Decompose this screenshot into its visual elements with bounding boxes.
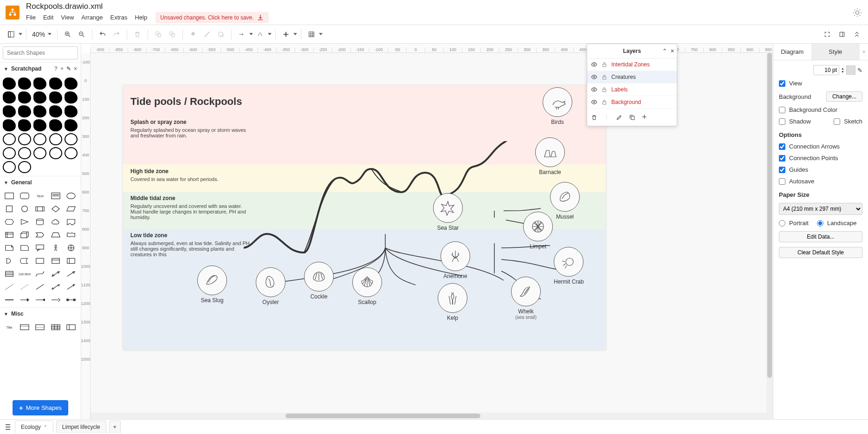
close-icon[interactable]: ×	[671, 48, 674, 54]
grid-color-swatch[interactable]	[846, 65, 855, 75]
misc-header[interactable]: ▼Misc	[0, 308, 81, 320]
autosave-checkbox[interactable]	[779, 178, 785, 185]
shape-link2[interactable]	[18, 294, 31, 305]
zoom-dropdown[interactable]: 40%	[30, 29, 53, 40]
page-view-button[interactable]	[5, 28, 18, 41]
to-back-button[interactable]	[166, 28, 179, 41]
shape-bidir[interactable]	[49, 281, 62, 292]
layers-panel-header[interactable]: Layers ⌃ ×	[587, 44, 677, 58]
shape-callout[interactable]	[33, 242, 46, 253]
shape-container3[interactable]	[65, 255, 78, 266]
scratch-shape[interactable]	[18, 133, 31, 145]
layer-row[interactable]: Intertidal Zones	[587, 58, 677, 71]
creature-limpet[interactable]: Limpet	[523, 212, 553, 250]
page-tab-limpet[interactable]: Limpet lifecycle	[56, 421, 106, 433]
shape-arrow[interactable]	[65, 268, 78, 279]
creature-sea-slug[interactable]: Sea Slug	[197, 266, 227, 304]
drawing-page[interactable]: Tide pools / Rockpools Splash or spray z…	[123, 85, 606, 350]
shape-list[interactable]	[3, 268, 16, 279]
shape-container[interactable]	[33, 255, 46, 266]
misc-shape[interactable]	[33, 322, 46, 333]
to-front-button[interactable]	[152, 28, 165, 41]
creature-birds[interactable]: Birds	[543, 87, 572, 125]
shape-parallelogram[interactable]	[65, 203, 78, 214]
menu-arrange[interactable]: Arrange	[78, 13, 106, 22]
creature-barnacle[interactable]: Barnacle	[535, 137, 565, 175]
visibility-icon[interactable]	[591, 61, 597, 68]
scratch-shape[interactable]	[3, 105, 16, 117]
shape-trapezoid[interactable]	[49, 229, 62, 240]
creature-scallop[interactable]: Scallop	[352, 267, 382, 305]
layer-row[interactable]: Creatures	[587, 71, 677, 84]
creature-oyster[interactable]: Oyster	[256, 267, 285, 305]
scratch-shape[interactable]	[49, 78, 62, 90]
shape-link3[interactable]	[33, 294, 46, 305]
scratch-shape[interactable]	[49, 91, 62, 104]
redo-button[interactable]	[110, 28, 123, 41]
chevron-down-icon[interactable]	[19, 33, 22, 35]
layers-panel[interactable]: Layers ⌃ × Intertidal Zones Creatures La…	[587, 44, 677, 126]
creature-mussel[interactable]: Mussel	[550, 182, 580, 220]
portrait-radio[interactable]	[779, 220, 785, 227]
visibility-icon[interactable]	[591, 86, 597, 93]
misc-shape[interactable]	[18, 322, 31, 333]
scratch-shape[interactable]	[33, 78, 46, 90]
format-panel-button[interactable]	[836, 28, 849, 41]
horizontal-scrollbar[interactable]	[91, 413, 773, 419]
shape-link4[interactable]	[49, 294, 62, 305]
visibility-icon[interactable]	[591, 99, 597, 105]
table-button[interactable]	[305, 28, 318, 41]
add-icon[interactable]: +	[60, 65, 64, 72]
scratchpad-header[interactable]: ▼Scratchpad ? + ✎ ×	[0, 63, 81, 75]
shape-cube[interactable]	[18, 229, 31, 240]
shape-triangle[interactable]	[18, 216, 31, 227]
shape-cylinder[interactable]	[33, 216, 46, 227]
insert-button[interactable]	[279, 28, 292, 41]
fill-color-button[interactable]	[187, 28, 200, 41]
shape-textbox[interactable]	[49, 190, 62, 201]
shadow-checkbox[interactable]	[779, 118, 785, 125]
landscape-radio[interactable]	[817, 220, 823, 227]
shape-process[interactable]	[33, 203, 46, 214]
search-shapes-input[interactable]	[3, 46, 78, 59]
visibility-icon[interactable]	[591, 74, 597, 80]
lock-icon[interactable]	[601, 99, 608, 105]
shape-tape[interactable]	[65, 229, 78, 240]
page-view-checkbox[interactable]	[779, 80, 785, 87]
scratch-shape[interactable]	[18, 78, 31, 90]
creature-anemone[interactable]: Anemone	[440, 241, 470, 279]
edit-icon[interactable]: ✎	[66, 65, 71, 72]
menu-view[interactable]: View	[57, 13, 78, 22]
shape-rounded[interactable]	[18, 190, 31, 201]
shape-or[interactable]	[65, 242, 78, 253]
lock-icon[interactable]	[601, 61, 608, 68]
zoom-out-button[interactable]	[75, 28, 88, 41]
shape-square[interactable]	[3, 203, 16, 214]
line-color-button[interactable]	[201, 28, 214, 41]
add-page-button[interactable]: +	[109, 421, 121, 433]
shape-circle[interactable]	[18, 203, 31, 214]
scratch-shape[interactable]	[33, 105, 46, 117]
scratch-shape[interactable]	[65, 147, 78, 159]
collapse-icon[interactable]: ⌃	[662, 48, 667, 54]
scratch-shape[interactable]	[3, 78, 16, 90]
scratch-shape[interactable]	[3, 161, 16, 173]
connection-button[interactable]	[235, 28, 248, 41]
shape-link[interactable]	[3, 294, 16, 305]
creature-kelp[interactable]: Kelp	[438, 283, 467, 321]
misc-title[interactable]: Title	[3, 322, 16, 333]
scratch-shape[interactable]	[49, 105, 62, 117]
stepper-icon[interactable]: ▲▼	[841, 67, 844, 73]
unsaved-changes-notice[interactable]: Unsaved changes. Click here to save.	[155, 12, 268, 23]
connection-points-checkbox[interactable]	[779, 155, 785, 162]
scratch-shape[interactable]	[18, 91, 31, 104]
general-header[interactable]: ▼General	[0, 176, 81, 188]
shape-rectangle[interactable]	[3, 190, 16, 201]
scratch-shape[interactable]	[33, 147, 46, 159]
scratch-shape[interactable]	[3, 119, 16, 131]
edit-layer-icon[interactable]	[616, 114, 622, 121]
scratch-shape[interactable]	[18, 161, 31, 173]
shape-card[interactable]	[18, 242, 31, 253]
scratch-shape[interactable]	[49, 119, 62, 131]
guides-checkbox[interactable]	[779, 167, 785, 173]
